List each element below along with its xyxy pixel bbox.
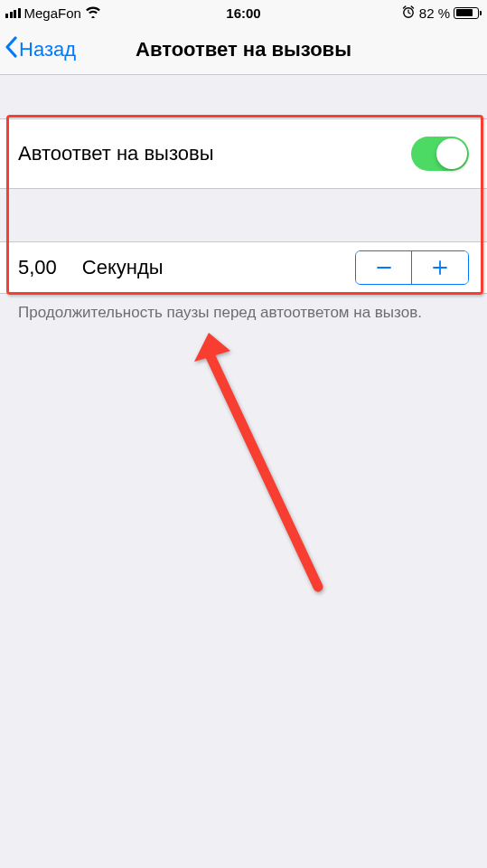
nav-bar: Назад Автоответ на вызовы [0, 25, 487, 75]
delay-unit-label: Секунды [82, 256, 164, 279]
delay-row: 5,00 Секунды [0, 241, 487, 294]
status-left: MegaFon [5, 5, 101, 21]
alarm-icon [401, 5, 416, 22]
auto-answer-toggle[interactable] [411, 137, 469, 171]
auto-answer-label: Автоответ на вызовы [18, 142, 213, 165]
delay-value: 5,00 [18, 256, 57, 279]
battery-percent-label: 82 % [419, 5, 450, 21]
toggle-knob [436, 138, 467, 169]
page-title: Автоответ на вызовы [136, 38, 351, 61]
back-label: Назад [19, 38, 76, 61]
content: Автоответ на вызовы 5,00 Секунды Продолж… [0, 75, 487, 324]
chevron-left-icon [4, 36, 18, 63]
stepper-increment-button[interactable] [412, 251, 468, 284]
auto-answer-row: Автоответ на вызовы [0, 118, 487, 189]
cellular-signal-icon [5, 7, 21, 18]
carrier-label: MegaFon [24, 5, 81, 21]
wifi-icon [85, 5, 101, 21]
status-time: 16:00 [226, 5, 260, 21]
group-spacer [0, 189, 487, 241]
delay-footer-text: Продолжительность паузы перед автоответо… [0, 294, 487, 324]
battery-icon [454, 7, 482, 19]
status-bar: MegaFon 16:00 82 % [0, 0, 487, 25]
status-right: 82 % [401, 5, 482, 22]
stepper-decrement-button[interactable] [356, 251, 412, 284]
annotation-arrow-icon [187, 331, 332, 602]
delay-stepper [355, 250, 469, 285]
back-button[interactable]: Назад [4, 36, 76, 63]
settings-group: Автоответ на вызовы 5,00 Секунды Продолж… [0, 118, 487, 324]
